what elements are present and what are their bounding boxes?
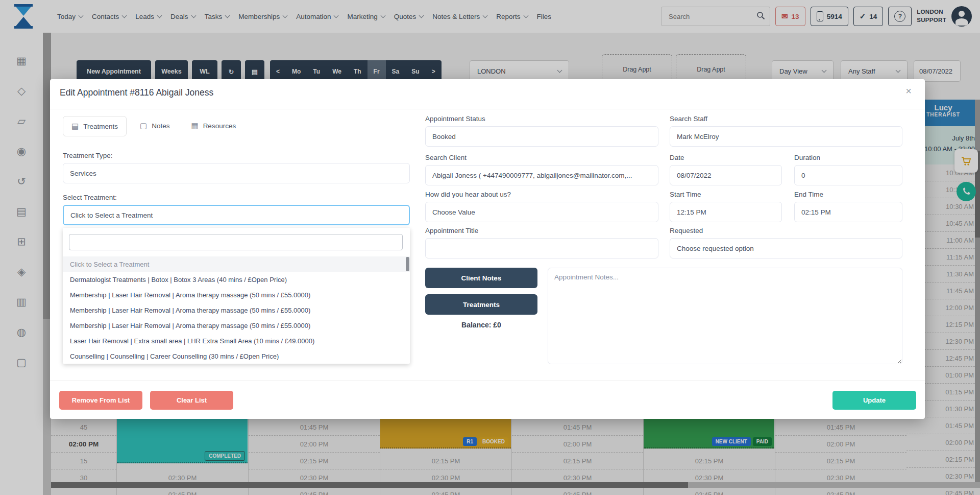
- treatment-option[interactable]: Laser Hair Removal | Extra small area | …: [63, 333, 410, 348]
- tab-treatments[interactable]: ▤ Treatments: [63, 116, 127, 136]
- search-client-select[interactable]: Abigail Joness ( +447490009777, abigailj…: [425, 165, 658, 185]
- clear-list-button[interactable]: Clear List: [150, 391, 233, 410]
- dropdown-search-input[interactable]: [69, 234, 403, 250]
- treatment-type-label: Treatment Type:: [63, 152, 113, 159]
- appointment-notes-textarea[interactable]: [548, 268, 902, 364]
- date-field[interactable]: 08/07/2022: [670, 165, 782, 185]
- remove-from-list-button[interactable]: Remove From List: [59, 391, 142, 410]
- treatment-dropdown: Click to Select a TreatmentDermatologist…: [63, 228, 410, 364]
- treatment-options: Click to Select a TreatmentDermatologist…: [63, 256, 410, 364]
- hear-about-label: How did you hear about us?: [425, 191, 511, 198]
- select-treatment-select[interactable]: Click to Select a Treatment: [63, 205, 410, 225]
- tab-resources[interactable]: ▦ Resources: [183, 116, 244, 135]
- edit-appointment-modal: Edit Appointment #8116 Abigail Joness × …: [50, 79, 925, 419]
- treatment-option[interactable]: Counselling | Counselling | Career Couns…: [63, 348, 410, 364]
- appointment-title-field[interactable]: [425, 238, 658, 258]
- tab-notes[interactable]: ▢ Notes: [132, 116, 178, 135]
- appointment-status-label: Appointment Status: [425, 115, 485, 123]
- close-icon[interactable]: ×: [905, 85, 912, 97]
- appointment-title-label: Appointment Title: [425, 227, 478, 234]
- treatment-option[interactable]: Membership | Laser Hair Removal | Aroma …: [63, 287, 410, 302]
- clipboard-icon: ▤: [71, 122, 79, 131]
- requested-label: Requested: [670, 227, 703, 234]
- client-notes-button[interactable]: Client Notes: [425, 268, 537, 288]
- end-time-label: End Time: [794, 191, 823, 198]
- header-divider: [50, 109, 925, 109]
- duration-label: Duration: [794, 154, 820, 161]
- hear-about-select[interactable]: Choose Value: [425, 202, 658, 222]
- treatment-option[interactable]: Click to Select a Treatment: [63, 256, 410, 272]
- footer-divider: [50, 381, 925, 381]
- balance-text: Balance: £0: [425, 321, 537, 329]
- requested-select[interactable]: Choose requested option: [670, 238, 902, 258]
- start-time-field[interactable]: 12:15 PM: [670, 202, 782, 222]
- dropdown-scrollbar[interactable]: [406, 257, 409, 271]
- treatment-type-select[interactable]: Services: [63, 163, 410, 183]
- end-time-field[interactable]: 02:15 PM: [794, 202, 902, 222]
- start-time-label: Start Time: [670, 191, 701, 198]
- search-client-label: Search Client: [425, 154, 467, 161]
- modal-title: Edit Appointment #8116 Abigail Joness: [60, 87, 213, 98]
- date-label: Date: [670, 154, 684, 161]
- search-staff-select[interactable]: Mark McElroy: [670, 126, 902, 147]
- treatment-option[interactable]: Dermatologist Treatments | Botox | Botox…: [63, 272, 410, 287]
- building-icon: ▦: [191, 121, 198, 130]
- treatment-option[interactable]: Membership | Laser Hair Removal | Aroma …: [63, 302, 410, 318]
- treatments-button[interactable]: Treatments: [425, 294, 537, 315]
- modal-tabs: ▤ Treatments ▢ Notes ▦ Resources: [63, 116, 244, 136]
- update-button[interactable]: Update: [832, 391, 916, 410]
- treatment-option[interactable]: Membership | Laser Hair Removal | Aroma …: [63, 318, 410, 333]
- search-staff-label: Search Staff: [670, 115, 707, 123]
- note-icon: ▢: [140, 121, 147, 130]
- select-treatment-label: Select Treatment:: [63, 194, 117, 201]
- duration-field[interactable]: 0: [794, 165, 902, 185]
- appointment-status-select[interactable]: Booked: [425, 126, 658, 147]
